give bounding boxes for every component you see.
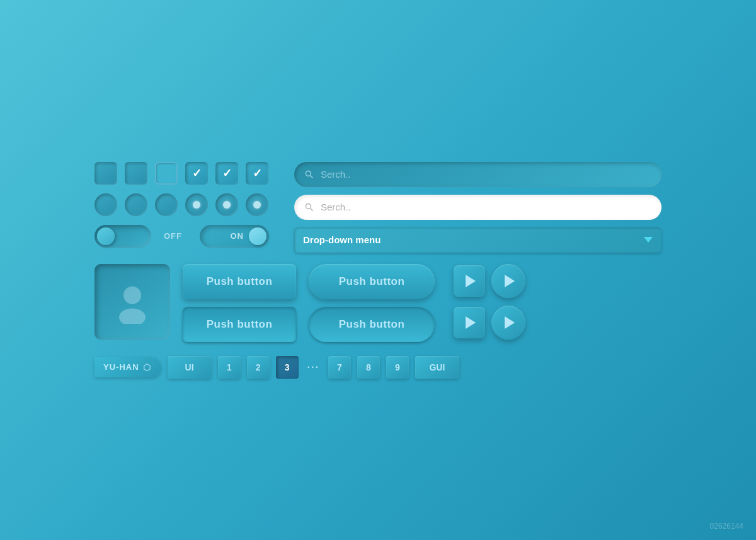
toggle-on-label: ON: [231, 231, 244, 241]
radio-row: [94, 193, 269, 216]
checkbox-3-outline[interactable]: [155, 162, 178, 185]
toggle-row: OFF ON: [94, 225, 269, 248]
buttons-row: Push button Push button Push button Push…: [94, 264, 662, 342]
push-button-rect-1[interactable]: Push button: [183, 264, 296, 299]
search-icon-2: [304, 202, 314, 212]
dropdown-label: Drop-down menu: [303, 234, 381, 245]
search-icon-1: [304, 169, 314, 180]
page-btn-3-active[interactable]: 3: [276, 356, 299, 379]
page-btn-ui[interactable]: UI: [168, 356, 212, 379]
page-label-7: 7: [337, 362, 342, 372]
page-label-9: 9: [395, 362, 400, 372]
search-bar-2[interactable]: Serch..: [294, 195, 662, 220]
push-button-pill-2[interactable]: Push button: [309, 307, 435, 342]
checkbox-5-checked[interactable]: ✓: [215, 162, 238, 185]
radio-1[interactable]: [94, 193, 117, 216]
svg-point-4: [123, 286, 141, 304]
radio-5-active[interactable]: [215, 193, 238, 216]
controls-row: ✓ ✓ ✓ OFF ON: [94, 162, 662, 253]
checkbox-row: ✓ ✓ ✓: [94, 162, 269, 185]
rect-buttons-group: Push button Push button: [183, 264, 296, 342]
dropdown-menu[interactable]: Drop-down menu: [294, 227, 662, 253]
page-label-8: 8: [366, 362, 371, 372]
push-button-rect-2[interactable]: Push button: [183, 307, 296, 342]
page-btn-8[interactable]: 8: [357, 356, 380, 379]
play-button-circle-1[interactable]: [491, 264, 525, 298]
page-btn-gui[interactable]: GUI: [415, 356, 459, 379]
svg-point-5: [119, 308, 146, 324]
search-bar-1[interactable]: Serch..: [294, 162, 662, 187]
play-icon-2: [505, 275, 515, 287]
page-label-3: 3: [285, 362, 290, 372]
watermark: 02626144: [710, 522, 743, 531]
play-buttons-section: [454, 264, 525, 340]
toggle-on-knob: [249, 227, 266, 245]
ui-kit: ✓ ✓ ✓ OFF ON: [94, 162, 662, 379]
play-button-square-2[interactable]: [454, 307, 485, 338]
play-button-circle-2[interactable]: [491, 306, 525, 340]
play-row-1: [454, 264, 525, 298]
toggle-off[interactable]: [94, 225, 151, 248]
svg-point-0: [306, 171, 311, 176]
checkbox-4-checked[interactable]: ✓: [185, 162, 208, 185]
tag[interactable]: YU-HAN: [94, 357, 161, 377]
tag-text: YU-HAN: [103, 362, 139, 372]
page-label-1: 1: [227, 362, 232, 372]
checkbox-1[interactable]: [94, 162, 117, 185]
svg-point-2: [306, 204, 311, 209]
play-icon-1: [466, 275, 476, 287]
page-label-2: 2: [256, 362, 261, 372]
pill-buttons-group: Push button Push button: [309, 264, 435, 342]
search-placeholder-1: Serch..: [321, 169, 351, 180]
radio-3[interactable]: [155, 193, 178, 216]
avatar-box: [94, 264, 170, 340]
toggle-on[interactable]: ON: [200, 225, 269, 248]
play-icon-4: [505, 316, 515, 329]
page-btn-1[interactable]: 1: [218, 356, 241, 379]
dropdown-arrow-icon: [644, 237, 653, 243]
page-btn-7[interactable]: 7: [328, 356, 351, 379]
checkbox-6-checked[interactable]: ✓: [246, 162, 268, 185]
play-button-square-1[interactable]: [454, 265, 485, 297]
svg-line-3: [311, 208, 313, 210]
radio-6-active[interactable]: [246, 193, 268, 216]
radio-2[interactable]: [125, 193, 147, 216]
play-icon-3: [466, 316, 476, 329]
search-section: Serch.. Serch.. Drop-down menu: [294, 162, 662, 253]
search-placeholder-2: Serch..: [321, 202, 351, 212]
radio-4-active[interactable]: [185, 193, 208, 216]
page-label-gui: GUI: [429, 362, 445, 372]
page-label-ui: UI: [185, 362, 194, 372]
checkbox-2[interactable]: [125, 162, 147, 185]
checkboxes-radios-section: ✓ ✓ ✓ OFF ON: [94, 162, 269, 248]
toggle-off-knob: [97, 227, 115, 245]
svg-line-1: [311, 175, 313, 178]
pagination-row: YU-HAN UI 1 2 3 ··· 7 8 9 GUI: [94, 356, 662, 379]
play-row-2: [454, 306, 525, 340]
push-button-pill-1[interactable]: Push button: [309, 264, 435, 299]
toggle-off-label: OFF: [164, 231, 182, 241]
avatar-icon: [110, 280, 154, 324]
page-dots: ···: [305, 362, 322, 373]
page-btn-9[interactable]: 9: [386, 356, 409, 379]
page-btn-2[interactable]: 2: [247, 356, 270, 379]
